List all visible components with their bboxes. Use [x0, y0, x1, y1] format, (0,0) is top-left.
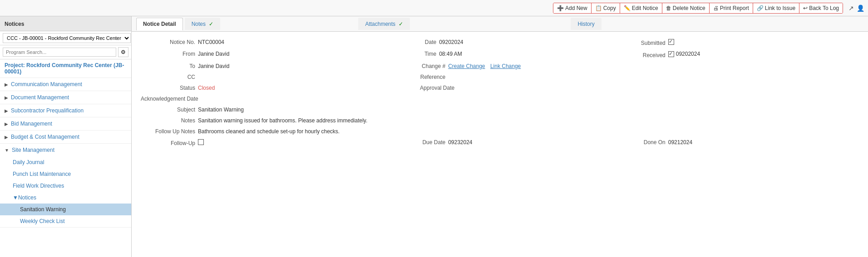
sidebar-item-notices[interactable]: ▼ Notices — [0, 192, 131, 204]
sidebar-item-communication-management[interactable]: ▶ Communication Management — [0, 78, 131, 91]
col3-submitted: Submitted — [629, 39, 859, 51]
col2-date: Date 09202024 — [414, 39, 629, 51]
sidebar-item-budget-cost-management[interactable]: ▶ Budget & Cost Management — [0, 131, 131, 143]
col1-to: To Janine David — [141, 63, 414, 74]
submitted-check-box — [668, 39, 674, 45]
plus-icon: ➕ — [557, 5, 564, 11]
field-done-on: Done On 09212024 — [629, 139, 859, 145]
user-icon[interactable]: 👤 — [857, 5, 864, 12]
tab-history[interactable]: History — [571, 18, 601, 30]
toolbar: ➕ Add New 📋 Copy ✏️ Edit Notice 🗑 Delete… — [0, 0, 868, 16]
sidebar-item-bid-management[interactable]: ▶ Bid Management — [0, 117, 131, 130]
notice-detail-content: Notice No. NTC00004 Date 09202024 Submit… — [132, 32, 868, 257]
tab-notice-detail[interactable]: Notice Detail — [136, 18, 183, 30]
field-follow-up: Follow-Up — [141, 139, 414, 146]
col2-change: Change # Create Change Link Change — [414, 63, 629, 74]
project-select[interactable]: CCC - JB-00001 - Rockford Community Rec … — [3, 33, 131, 43]
external-link-icon[interactable]: ↗ — [848, 5, 854, 12]
link-to-issue-button[interactable]: 🔗 Link to Issue — [753, 3, 799, 13]
col2-approval-date: Approval Date — [414, 85, 629, 96]
edit-icon: ✏️ — [624, 5, 631, 11]
row-ack-date: Acknowledgement Date — [141, 96, 859, 107]
row-cc: CC Reference — [141, 74, 859, 85]
program-search-input[interactable] — [3, 48, 116, 57]
delete-notice-button[interactable]: 🗑 Delete Notice — [662, 3, 710, 13]
print-report-button[interactable]: 🖨 Print Report — [710, 3, 753, 13]
col1-follow-up: Follow-Up — [141, 139, 414, 151]
sidebar-search-row: ⚙ — [0, 45, 131, 59]
sidebar-item-punch-list-maintenance[interactable]: Punch List Maintenance — [0, 168, 131, 180]
copy-icon: 📋 — [595, 5, 602, 11]
col1-notice-no: Notice No. NTC00004 — [141, 39, 414, 51]
nav-site-management: ▼ Site Management Daily Journal Punch Li… — [0, 144, 131, 228]
gear-button[interactable]: ⚙ — [118, 47, 128, 57]
sidebar-item-site-management[interactable]: ▼ Site Management — [0, 144, 131, 156]
nav-communication-management: ▶ Communication Management — [0, 78, 131, 91]
chevron-right-icon: ▶ — [5, 108, 8, 113]
row-follow-up: Follow-Up Due Date 09232024 — [141, 139, 859, 151]
sidebar-item-sanitation-warning[interactable]: Sanitation Warning — [0, 204, 131, 215]
nav-budget-cost-management: ▶ Budget & Cost Management — [0, 131, 131, 144]
content-area: Notice Detail Notes ✓ Attachments ✓ Hist… — [132, 16, 868, 257]
sidebar-item-subcontractor-prequalification[interactable]: ▶ Subcontractor Prequalification — [0, 104, 131, 117]
col2-reference: Reference — [414, 74, 629, 85]
link-icon: 🔗 — [757, 5, 764, 11]
chevron-right-icon: ▶ — [5, 121, 8, 126]
add-new-button[interactable]: ➕ Add New — [553, 3, 592, 13]
nav-subcontractor-prequalification: ▶ Subcontractor Prequalification — [0, 104, 131, 117]
field-due-date: Due Date 09232024 — [414, 139, 629, 145]
sidebar-item-document-management[interactable]: ▶ Document Management — [0, 91, 131, 104]
sidebar-scroll: Project: Rockford Community Rec Center (… — [0, 59, 131, 257]
chevron-down-icon: ▼ — [13, 194, 18, 201]
col1-cc: CC — [141, 74, 414, 85]
row-to: To Janine David Change # Create Change L… — [141, 63, 859, 74]
col3-empty — [629, 63, 859, 74]
received-check-box — [668, 51, 674, 57]
row-follow-up-notes: Follow Up Notes Bathrooms cleaned and sc… — [141, 128, 859, 135]
follow-up-check-box[interactable] — [198, 139, 204, 145]
field-cc: CC — [141, 74, 414, 80]
chevron-right-icon: ▶ — [5, 82, 8, 87]
follow-up-checkbox — [198, 139, 204, 145]
field-received: Received 09202024 — [629, 51, 859, 58]
row-subject: Subject Sanitation Warning — [141, 107, 859, 113]
received-checkbox: 09202024 — [668, 51, 700, 57]
chevron-right-icon: ▶ — [5, 95, 8, 100]
attachments-check-icon: ✓ — [399, 21, 403, 27]
field-approval-date: Approval Date — [414, 85, 629, 91]
col3-received: Received 09202024 — [629, 51, 859, 63]
field-change: Change # Create Change Link Change — [414, 63, 629, 69]
sidebar-header: Notices — [0, 16, 131, 31]
print-icon: 🖨 — [713, 5, 719, 11]
col1-from: From Janine David — [141, 51, 414, 63]
back-to-log-button[interactable]: ↩ Back To Log — [799, 3, 843, 13]
edit-notice-button[interactable]: ✏️ Edit Notice — [620, 3, 662, 13]
row-status: Status Closed Approval Date — [141, 85, 859, 96]
nav-document-management: ▶ Document Management — [0, 91, 131, 104]
row-notice-no: Notice No. NTC00004 Date 09202024 Submit… — [141, 39, 859, 51]
field-notice-no: Notice No. NTC00004 — [141, 39, 414, 45]
notes-check-icon: ✓ — [209, 21, 213, 27]
toolbar-button-group: ➕ Add New 📋 Copy ✏️ Edit Notice 🗑 Delete… — [553, 3, 843, 14]
submitted-checkbox — [668, 39, 674, 45]
sidebar-item-field-work-directives[interactable]: Field Work Directives — [0, 180, 131, 192]
field-time: Time 08:49 AM — [414, 51, 629, 57]
col1-ack-date: Acknowledgement Date — [141, 96, 414, 107]
tab-notes[interactable]: Notes ✓ — [185, 18, 221, 30]
col3-done-on: Done On 09212024 — [629, 139, 859, 151]
row-notes: Notes Sanitation warning issued for bath… — [141, 117, 859, 124]
field-date: Date 09202024 — [414, 39, 629, 45]
sidebar-item-weekly-check-list[interactable]: Weekly Check List — [0, 215, 131, 227]
sidebar-item-daily-journal[interactable]: Daily Journal — [0, 156, 131, 168]
back-icon: ↩ — [803, 5, 808, 11]
col2-due-date: Due Date 09232024 — [414, 139, 629, 151]
trash-icon: 🗑 — [666, 5, 671, 11]
field-status: Status Closed — [141, 85, 414, 91]
field-submitted: Submitted — [629, 39, 859, 46]
user-icons: ↗ 👤 — [848, 5, 864, 12]
project-label: Project: Rockford Community Rec Center (… — [0, 59, 131, 78]
tab-attachments[interactable]: Attachments ✓ — [358, 18, 410, 30]
nav-bid-management: ▶ Bid Management — [0, 117, 131, 131]
sidebar-select-row: CCC - JB-00001 - Rockford Community Rec … — [0, 31, 131, 45]
copy-button[interactable]: 📋 Copy — [592, 3, 620, 13]
